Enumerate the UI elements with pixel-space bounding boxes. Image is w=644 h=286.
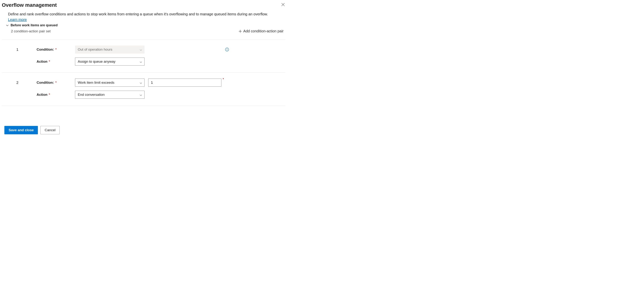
action-select[interactable]: End conversation — [75, 91, 144, 99]
condition-label-text: Condition: — [36, 47, 54, 51]
chevron-down-icon — [6, 24, 9, 27]
chevron-down-icon — [140, 60, 142, 63]
condition-value: Work item limit exceeds — [78, 81, 114, 85]
title-row: Overflow management — [2, 2, 286, 8]
required-mark: * — [55, 47, 56, 51]
condition-select[interactable]: Work item limit exceeds — [75, 79, 144, 87]
condition-action-pair: 1Condition: *Out of operation hoursActio… — [2, 40, 286, 73]
cancel-button[interactable]: Cancel — [40, 126, 60, 134]
description: Define and rank overflow conditions and … — [8, 11, 275, 22]
section-title: Before work items are queued — [10, 23, 58, 27]
required-mark: * — [55, 81, 56, 84]
action-row: Action *Assign to queue anyway — [2, 57, 286, 66]
description-text: Define and rank overflow conditions and … — [8, 12, 268, 16]
section-subtitle: 2 condition-action pair set — [11, 29, 51, 33]
learn-more-link[interactable]: Learn more — [8, 17, 27, 21]
section-subtitle-row: 2 condition-action pair set Add conditio… — [11, 28, 286, 34]
add-condition-action-pair-button[interactable]: Add condition-action pair — [237, 28, 286, 34]
condition-value-input[interactable] — [148, 79, 222, 87]
condition-label: Condition: * — [36, 81, 71, 85]
action-value: End conversation — [78, 93, 105, 97]
required-mark: * — [223, 77, 224, 81]
section-header[interactable]: Before work items are queued — [6, 23, 286, 27]
condition-value: Out of operation hours — [78, 47, 112, 51]
close-button[interactable] — [281, 2, 286, 7]
action-label: Action * — [36, 93, 71, 97]
chevron-down-icon — [140, 81, 142, 84]
info-icon[interactable] — [225, 47, 229, 51]
required-mark: * — [49, 60, 50, 63]
save-and-close-button[interactable]: Save and close — [4, 126, 38, 134]
action-value: Assign to queue anyway — [78, 60, 116, 64]
close-icon — [282, 4, 285, 7]
action-label-text: Action — [36, 60, 48, 63]
plus-icon — [238, 30, 242, 33]
condition-action-pair: 2Condition: *Work item limit exceeds*Act… — [2, 73, 286, 106]
action-label-text: Action — [36, 93, 48, 96]
chevron-down-icon — [140, 48, 142, 51]
pair-index: 2 — [2, 81, 33, 85]
condition-label-text: Condition: — [36, 81, 54, 84]
action-label: Action * — [36, 60, 71, 64]
chevron-down-icon — [140, 93, 142, 96]
condition-row: 2Condition: *Work item limit exceeds* — [2, 78, 286, 87]
action-select[interactable]: Assign to queue anyway — [75, 57, 144, 66]
condition-value-input-wrapper: * — [148, 79, 222, 87]
condition-row: 1Condition: *Out of operation hours — [2, 45, 286, 54]
page-title: Overflow management — [2, 2, 57, 8]
condition-action-list: 1Condition: *Out of operation hoursActio… — [2, 39, 286, 106]
action-row: Action *End conversation — [2, 90, 286, 99]
info-cell — [225, 47, 232, 51]
overflow-management-panel: Overflow management Define and rank over… — [0, 0, 287, 139]
footer: Save and close Cancel — [2, 126, 286, 134]
pair-index: 1 — [2, 47, 33, 52]
add-pair-label: Add condition-action pair — [243, 29, 284, 33]
condition-select: Out of operation hours — [75, 45, 144, 53]
required-mark: * — [49, 93, 50, 96]
condition-label: Condition: * — [36, 47, 71, 51]
